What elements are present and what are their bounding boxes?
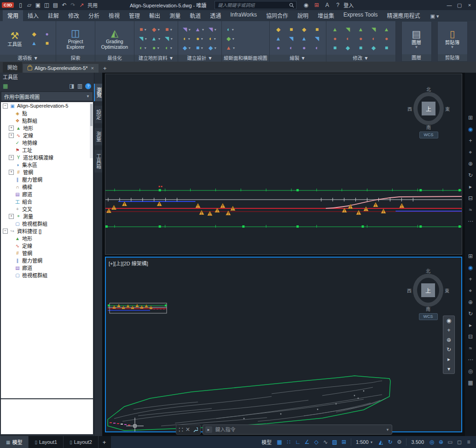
dynamic-input-icon[interactable]: ⊞ <box>339 437 348 447</box>
zoom-extents-icon[interactable]: ⌖ <box>469 288 472 293</box>
customize-icon[interactable]: ≡ <box>464 437 473 447</box>
document-tab[interactable]: Align-Superelevation-5* × <box>23 64 99 73</box>
ribbon-tool-button[interactable]: ■▼ <box>163 25 175 34</box>
toolspace-tab-3[interactable]: 測量 <box>94 128 103 145</box>
ribbon-panel-label[interactable]: 圖層 <box>402 54 431 61</box>
toolspace-tab-4[interactable]: 工具箱 <box>94 150 103 172</box>
ribbon-panel-label[interactable]: 縱斷面和橫斷面視圖 <box>222 55 269 62</box>
menu-tab-17[interactable]: 精選應用程式 <box>383 10 425 21</box>
showmotion-icon[interactable]: ▸ <box>469 184 472 190</box>
more-tools-icon[interactable]: ⋯ <box>468 357 473 362</box>
ribbon-tool-button[interactable]: ▲▼ <box>194 25 206 34</box>
signin-button[interactable]: 登入 <box>343 1 354 9</box>
ribbon-tool-button[interactable]: ◐ <box>285 44 297 52</box>
navigation-wheel-icon[interactable]: ◉ <box>468 126 473 132</box>
tree-item-bridges[interactable]: ∩橋樑 <box>1 183 93 190</box>
ribbon-tool-button[interactable]: ◐▼ <box>137 44 149 52</box>
ribbon-state-icon[interactable]: ▣ ▾ <box>430 13 439 21</box>
tree-scrollbar[interactable] <box>90 103 93 158</box>
tree-expand-toggle[interactable]: + <box>9 170 14 175</box>
menu-tab-9[interactable]: 測量 <box>165 10 185 21</box>
viewcube-ring[interactable]: 上 <box>413 274 443 307</box>
ribbon-tool-button[interactable]: ◆ <box>273 25 284 34</box>
workspace-gear-icon[interactable]: ⚙ <box>395 437 404 447</box>
ribbon-tool-button[interactable]: ◆ <box>342 44 354 52</box>
open-file-icon[interactable]: ▱ <box>25 2 33 8</box>
ribbon-tool-button[interactable]: ▲ <box>355 25 367 34</box>
pan-icon[interactable]: + <box>447 327 450 333</box>
maximize-icon[interactable]: ▢ <box>455 2 464 8</box>
layout-tab-model[interactable]: ▦模型 <box>0 436 29 448</box>
search-icon[interactable] <box>289 3 294 8</box>
flyout-arrow-icon[interactable]: ▼ <box>188 28 191 31</box>
ribbon-tool-button[interactable]: ◥▼ <box>163 34 175 43</box>
menu-tab-15[interactable]: 增益集 <box>313 10 339 21</box>
ribbon-tool-button[interactable]: ◥ <box>311 34 323 43</box>
ribbon-tool-button[interactable]: ■ <box>329 44 341 52</box>
tree-item-points[interactable]: ◈點 <box>1 109 93 117</box>
ribbon-panel-label[interactable]: 剪貼簿 <box>438 54 467 61</box>
command-input[interactable] <box>215 426 384 433</box>
flyout-arrow-icon[interactable]: ▼ <box>144 28 147 31</box>
ribbon-tool-button[interactable]: ▲ <box>329 25 341 34</box>
ribbon-tool-button[interactable]: ■ <box>41 39 53 48</box>
viewport-restore-icon[interactable]: ⊞ <box>468 253 473 259</box>
menu-tab-10[interactable]: 軌道 <box>185 10 205 21</box>
wcs-menu[interactable]: WCS <box>419 313 438 320</box>
ribbon-tool-button[interactable]: ● <box>273 44 284 52</box>
cart-icon[interactable]: ⊞ <box>313 2 320 8</box>
tree-item-view-frame-groups[interactable]: ▢檢視框群組 <box>1 271 93 279</box>
flyout-arrow-icon[interactable]: ▼ <box>157 37 161 40</box>
tree-item-pipe-networks[interactable]: #管網 <box>1 249 93 257</box>
flyout-arrow-icon[interactable]: ▼ <box>213 37 216 40</box>
panel-dock-icon[interactable]: ◨ <box>69 83 74 89</box>
flyout-arrow-icon[interactable]: ▼ <box>214 28 217 31</box>
tree-expand-toggle[interactable]: − <box>3 229 8 234</box>
viewcube-south[interactable]: 南 <box>407 125 450 130</box>
app-logo[interactable]: C3D <box>2 2 14 8</box>
ribbon-tool-button[interactable]: ▲▼ <box>150 34 162 43</box>
project-explorer-button[interactable]: ◫Project Explorer <box>59 28 92 50</box>
measure-icon[interactable]: ≈ <box>469 345 472 351</box>
viewcube[interactable]: 北 西 上 東 南 WCS <box>407 87 450 138</box>
tree-item-assemblies[interactable]: 工組合 <box>1 198 93 205</box>
ribbon-tool-button[interactable]: ◐ <box>311 44 323 52</box>
object-snap-icon[interactable]: ◇ <box>312 437 321 447</box>
showmotion-icon[interactable]: ▸ <box>469 322 472 328</box>
help-icon[interactable]: ? <box>334 2 342 8</box>
item-view-icon[interactable]: ▦ <box>3 83 8 89</box>
menu-tab-8[interactable]: 輸出 <box>145 10 165 21</box>
ribbon-panel-label[interactable]: 建立地形資料 ▼ <box>134 55 178 62</box>
layout-tab-1[interactable]: ▯Layout1 <box>29 436 64 448</box>
ribbon-tool-button[interactable]: ▲ <box>28 39 40 48</box>
toolspace-tab-2[interactable]: 設定 <box>94 106 103 123</box>
ribbon-tool-button[interactable]: ■ <box>355 44 367 52</box>
ribbon-tool-button[interactable]: ◥ <box>285 34 297 43</box>
viewcube-top-face[interactable]: 上 <box>421 283 435 297</box>
panel-display-icon[interactable]: ▥ <box>77 83 82 89</box>
snap-mode-icon[interactable]: ∷ <box>284 437 293 447</box>
pan-icon[interactable]: + <box>469 138 472 144</box>
minimize-icon[interactable]: — <box>445 2 454 8</box>
autodesk-account-icon[interactable]: A <box>323 2 331 8</box>
viewcube-north[interactable]: 北 <box>407 87 450 92</box>
ribbon-tool-button[interactable]: ■ <box>285 25 297 34</box>
autoscale-icon[interactable]: ↻ <box>385 437 395 447</box>
new-file-icon[interactable]: ▯ <box>17 2 24 8</box>
ribbon-tool-button[interactable]: ■ <box>381 44 393 52</box>
orbit-icon[interactable]: ↻ <box>468 172 473 178</box>
command-prompt-icon[interactable]: ▸ <box>205 426 212 433</box>
units-icon[interactable]: ⊕ <box>436 437 446 447</box>
ribbon-panel-label[interactable]: 探索 <box>56 55 95 62</box>
viewcube[interactable]: 北 西 上 東 南 WCS <box>407 269 449 320</box>
ribbon-tool-button[interactable]: ◆▼ <box>181 44 193 52</box>
redo-icon[interactable]: ↷ <box>69 2 77 8</box>
ribbon-tool-button[interactable]: ●▼ <box>150 44 162 52</box>
tree-item-alignments[interactable]: ∿定線 <box>1 242 93 249</box>
ribbon-tool-button[interactable]: ● <box>381 34 393 43</box>
viewcube-ring[interactable]: 上 <box>413 92 444 125</box>
ribbon-tool-button[interactable]: ◆▼ <box>207 44 219 52</box>
toolspace-help-icon[interactable]: ? <box>85 83 91 89</box>
zoom-icon[interactable]: ⊕ <box>447 337 451 343</box>
measure-icon[interactable]: ≈ <box>469 207 472 213</box>
